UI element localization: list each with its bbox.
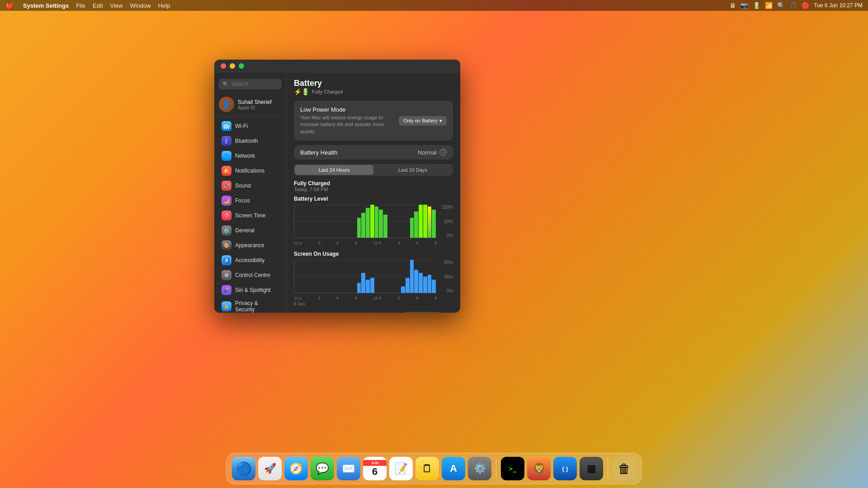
bar-5: [317, 237, 321, 238]
dock-item-mosaic[interactable]: ▦: [580, 457, 603, 480]
low-power-dropdown[interactable]: Only on Battery ▾: [399, 116, 447, 126]
sidebar-label-sound: Sound: [235, 183, 251, 189]
sbar-21: [388, 292, 392, 293]
app-name[interactable]: System Settings: [23, 2, 69, 9]
notes-icon: 🗒: [422, 462, 433, 475]
sidebar-item-sound[interactable]: 🔊 Sound: [217, 178, 283, 193]
dock-item-safari[interactable]: 🧭: [284, 457, 308, 480]
sidebar-item-notifications[interactable]: 🔔 Notifications: [217, 164, 283, 178]
menubar: 🍎 System Settings File Edit View Window …: [0, 0, 868, 11]
sidebar-item-wifi[interactable]: Wi-Fi: [217, 119, 283, 133]
reminders-icon: 📝: [394, 462, 408, 475]
sidebar-item-appearance[interactable]: 🎨 Appearance: [217, 238, 283, 253]
menubar-search-icon[interactable]: 🔍: [777, 2, 785, 9]
tab-last-10-days[interactable]: Last 10 Days: [373, 165, 452, 175]
sidebar-label-appearance: Appearance: [235, 242, 264, 249]
sidebar-item-network[interactable]: 🌐 Network: [217, 149, 283, 163]
sx-label-12p: 12 P: [373, 296, 382, 300]
menubar-camera-icon[interactable]: 📷: [741, 2, 748, 9]
dock-item-notes[interactable]: 🗒: [415, 457, 439, 480]
screen-bars: [294, 260, 437, 293]
sidebar-item-focus[interactable]: 🌙 Focus: [217, 193, 283, 208]
dock-item-mail[interactable]: ✉️: [337, 457, 360, 480]
sbar-26: [410, 260, 414, 293]
dock-item-calendar[interactable]: JUN 6: [363, 457, 387, 480]
bar-24: [401, 237, 405, 238]
dock-item-finder[interactable]: 🔵: [232, 457, 255, 480]
search-icon: 🔍: [222, 81, 229, 87]
sidebar-item-general[interactable]: ⚙️ General: [217, 223, 283, 238]
tab-last-24-hours[interactable]: Last 24 Hours: [295, 165, 373, 175]
sbar-12: [348, 292, 352, 293]
menubar-screen-icon[interactable]: 🖥: [730, 2, 736, 9]
bar-28: [419, 205, 423, 238]
screentime-icon: ⏱: [222, 211, 231, 221]
traffic-lights: [221, 63, 244, 69]
user-profile[interactable]: 👤 Suhail Sherief Apple ID: [214, 94, 286, 117]
maximize-button[interactable]: [239, 63, 244, 69]
minimize-button[interactable]: [230, 63, 235, 69]
mosaic-icon: ▦: [587, 463, 596, 474]
sy-label-30m: 30m: [444, 274, 453, 279]
bar-6: [322, 237, 326, 238]
menu-help[interactable]: Help: [158, 2, 170, 9]
sbar-1: [300, 292, 304, 293]
dock-item-launchpad[interactable]: 🚀: [258, 457, 282, 480]
finder-icon: 🔵: [236, 461, 252, 476]
menu-view[interactable]: View: [110, 2, 123, 9]
dock-item-appstore[interactable]: A: [442, 457, 465, 480]
menu-window[interactable]: Window: [130, 2, 151, 9]
x-label-12p: 12 P: [373, 241, 382, 245]
bottom-actions: Options... ?: [294, 312, 453, 313]
sbar-16: [366, 280, 370, 293]
sidebar-item-controlcentre[interactable]: ⚙ Control Centre: [217, 268, 283, 282]
sidebar-item-privacy[interactable]: 🔒 Privacy & Security: [217, 298, 283, 313]
sidebar-label-siri: Siri & Spotlight: [235, 287, 271, 293]
dock-item-sysprefs[interactable]: ⚙️: [468, 457, 491, 480]
screen-chart-area: [294, 260, 437, 293]
menubar-control-icon[interactable]: 🎵: [789, 2, 797, 9]
sbar-18: [375, 292, 379, 293]
sidebar-label-privacy: Privacy & Security: [235, 300, 279, 313]
menu-edit[interactable]: Edit: [93, 2, 103, 9]
menubar-wifi-icon[interactable]: 📶: [765, 2, 773, 9]
bar-16: [366, 208, 370, 238]
window-titlebar: [214, 60, 460, 72]
apple-menu[interactable]: 🍎: [5, 1, 14, 9]
sbar-0: [295, 292, 299, 293]
sbar-11: [344, 292, 348, 293]
battery-health-info-icon[interactable]: ⓘ: [439, 149, 447, 156]
bar-7: [326, 237, 330, 238]
battery-chart-x-labels: 12 A 3 6 9 12 P 3 6 9: [294, 241, 437, 245]
battery-health-value: Normal: [418, 149, 437, 156]
menubar-battery-icon[interactable]: 🔋: [753, 2, 760, 9]
dock-item-reminders[interactable]: 📝: [389, 457, 413, 480]
y-label-50: 50%: [444, 219, 453, 224]
user-info: Suhail Sherief Apple ID: [238, 99, 272, 110]
user-subtitle: Apple ID: [238, 105, 272, 110]
options-button[interactable]: Options...: [405, 312, 440, 313]
sidebar-label-screentime: Screen Time: [235, 212, 265, 219]
bar-29: [423, 205, 427, 238]
dock-item-trash[interactable]: 🗑: [613, 457, 636, 480]
low-power-info: Low Power Mode Your Mac will reduce ener…: [300, 106, 399, 135]
dock-item-messages[interactable]: 💬: [311, 457, 334, 480]
sidebar-item-accessibility[interactable]: ♿ Accessibility: [217, 253, 283, 267]
mail-icon: ✉️: [342, 462, 355, 475]
menubar-dot-icon[interactable]: 🔴: [802, 2, 809, 9]
dock-item-terminal[interactable]: >_: [501, 457, 524, 480]
sidebar-item-screentime[interactable]: ⏱ Screen Time: [217, 208, 283, 223]
bar-26: [410, 218, 414, 238]
sidebar-item-siri[interactable]: 🎤 Siri & Spotlight: [217, 283, 283, 297]
battery-status-text: Fully Charged: [312, 89, 343, 94]
search-input[interactable]: [231, 81, 278, 87]
appearance-icon: 🎨: [222, 240, 231, 250]
menu-file[interactable]: File: [76, 2, 85, 9]
search-box[interactable]: 🔍: [219, 79, 282, 89]
dock-item-brave[interactable]: 🦁: [527, 457, 551, 480]
sx-label-6: 6: [336, 296, 339, 300]
bar-21: [388, 237, 392, 238]
close-button[interactable]: [221, 63, 226, 69]
dock-item-vscode[interactable]: { }: [553, 457, 577, 480]
sidebar-item-bluetooth[interactable]: ᛒ Bluetooth: [217, 134, 283, 148]
